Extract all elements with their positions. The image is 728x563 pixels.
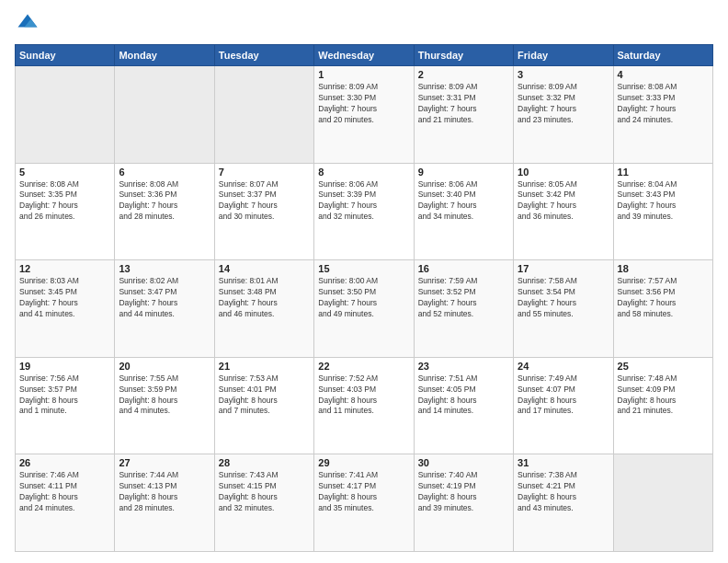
calendar-cell: 1Sunrise: 8:09 AM Sunset: 3:30 PM Daylig… — [314, 66, 414, 164]
week-row-5: 26Sunrise: 7:46 AM Sunset: 4:11 PM Dayli… — [16, 454, 713, 552]
calendar-cell: 31Sunrise: 7:38 AM Sunset: 4:21 PM Dayli… — [514, 454, 613, 552]
day-number: 12 — [19, 263, 110, 274]
header — [15, 11, 713, 37]
calendar-cell: 27Sunrise: 7:44 AM Sunset: 4:13 PM Dayli… — [115, 454, 214, 552]
weekday-header-row: SundayMondayTuesdayWednesdayThursdayFrid… — [16, 45, 713, 66]
day-info: Sunrise: 7:40 AM Sunset: 4:19 PM Dayligh… — [418, 470, 509, 514]
day-number: 5 — [19, 167, 110, 178]
day-number: 4 — [618, 69, 709, 80]
day-number: 27 — [119, 457, 210, 468]
day-info: Sunrise: 8:01 AM Sunset: 3:48 PM Dayligh… — [219, 276, 310, 320]
calendar-cell: 28Sunrise: 7:43 AM Sunset: 4:15 PM Dayli… — [214, 454, 313, 552]
day-number: 2 — [418, 69, 509, 80]
week-row-4: 19Sunrise: 7:56 AM Sunset: 3:57 PM Dayli… — [16, 357, 713, 454]
day-info: Sunrise: 8:07 AM Sunset: 3:37 PM Dayligh… — [219, 179, 310, 224]
calendar-cell: 12Sunrise: 8:03 AM Sunset: 3:45 PM Dayli… — [16, 260, 115, 358]
calendar-cell: 11Sunrise: 8:04 AM Sunset: 3:43 PM Dayli… — [613, 163, 712, 260]
calendar-cell: 6Sunrise: 8:08 AM Sunset: 3:36 PM Daylig… — [115, 163, 214, 260]
calendar-cell: 19Sunrise: 7:56 AM Sunset: 3:57 PM Dayli… — [16, 357, 115, 454]
day-number: 25 — [618, 361, 709, 372]
day-info: Sunrise: 8:09 AM Sunset: 3:31 PM Dayligh… — [418, 82, 509, 126]
calendar-cell: 20Sunrise: 7:55 AM Sunset: 3:59 PM Dayli… — [115, 357, 214, 454]
day-number: 8 — [318, 167, 409, 178]
calendar-cell: 30Sunrise: 7:40 AM Sunset: 4:19 PM Dayli… — [414, 454, 513, 552]
day-info: Sunrise: 7:43 AM Sunset: 4:15 PM Dayligh… — [219, 470, 310, 514]
logo-icon — [15, 11, 40, 37]
day-info: Sunrise: 8:09 AM Sunset: 3:30 PM Dayligh… — [318, 82, 409, 126]
day-info: Sunrise: 7:48 AM Sunset: 4:09 PM Dayligh… — [618, 373, 709, 418]
weekday-header-friday: Friday — [514, 45, 613, 66]
calendar-cell: 14Sunrise: 8:01 AM Sunset: 3:48 PM Dayli… — [214, 260, 313, 358]
day-number: 29 — [318, 457, 409, 468]
day-info: Sunrise: 7:51 AM Sunset: 4:05 PM Dayligh… — [418, 373, 509, 418]
calendar-cell: 18Sunrise: 7:57 AM Sunset: 3:56 PM Dayli… — [613, 260, 712, 358]
day-info: Sunrise: 7:44 AM Sunset: 4:13 PM Dayligh… — [119, 470, 210, 514]
day-number: 24 — [518, 361, 609, 372]
calendar-cell — [115, 66, 214, 164]
weekday-header-wednesday: Wednesday — [314, 45, 414, 66]
calendar-cell: 4Sunrise: 8:08 AM Sunset: 3:33 PM Daylig… — [613, 66, 712, 164]
week-row-3: 12Sunrise: 8:03 AM Sunset: 3:45 PM Dayli… — [16, 260, 713, 358]
day-number: 26 — [19, 457, 110, 468]
day-number: 18 — [618, 263, 709, 274]
weekday-header-saturday: Saturday — [613, 45, 712, 66]
calendar-cell: 22Sunrise: 7:52 AM Sunset: 4:03 PM Dayli… — [314, 357, 414, 454]
day-info: Sunrise: 8:03 AM Sunset: 3:45 PM Dayligh… — [19, 276, 110, 320]
day-info: Sunrise: 7:52 AM Sunset: 4:03 PM Dayligh… — [318, 373, 409, 418]
day-info: Sunrise: 7:38 AM Sunset: 4:21 PM Dayligh… — [518, 470, 609, 514]
day-info: Sunrise: 7:59 AM Sunset: 3:52 PM Dayligh… — [418, 276, 509, 320]
day-number: 28 — [219, 457, 310, 468]
day-number: 3 — [518, 69, 609, 80]
calendar-table: SundayMondayTuesdayWednesdayThursdayFrid… — [15, 44, 713, 552]
day-number: 15 — [318, 263, 409, 274]
day-info: Sunrise: 8:04 AM Sunset: 3:43 PM Dayligh… — [618, 179, 709, 224]
calendar-cell: 24Sunrise: 7:49 AM Sunset: 4:07 PM Dayli… — [514, 357, 613, 454]
calendar-cell: 16Sunrise: 7:59 AM Sunset: 3:52 PM Dayli… — [414, 260, 513, 358]
calendar-cell: 10Sunrise: 8:05 AM Sunset: 3:42 PM Dayli… — [514, 163, 613, 260]
weekday-header-tuesday: Tuesday — [214, 45, 313, 66]
logo — [15, 11, 44, 37]
day-number: 7 — [219, 167, 310, 178]
day-info: Sunrise: 7:53 AM Sunset: 4:01 PM Dayligh… — [219, 373, 310, 418]
day-info: Sunrise: 8:08 AM Sunset: 3:33 PM Dayligh… — [618, 82, 709, 126]
calendar-cell: 9Sunrise: 8:06 AM Sunset: 3:40 PM Daylig… — [414, 163, 513, 260]
calendar-cell: 25Sunrise: 7:48 AM Sunset: 4:09 PM Dayli… — [613, 357, 712, 454]
day-info: Sunrise: 7:41 AM Sunset: 4:17 PM Dayligh… — [318, 470, 409, 514]
day-number: 16 — [418, 263, 509, 274]
page: SundayMondayTuesdayWednesdayThursdayFrid… — [0, 0, 728, 563]
day-number: 19 — [19, 361, 110, 372]
day-info: Sunrise: 7:49 AM Sunset: 4:07 PM Dayligh… — [518, 373, 609, 418]
calendar-cell: 13Sunrise: 8:02 AM Sunset: 3:47 PM Dayli… — [115, 260, 214, 358]
day-info: Sunrise: 8:00 AM Sunset: 3:50 PM Dayligh… — [318, 276, 409, 320]
day-number: 20 — [119, 361, 210, 372]
calendar-cell: 8Sunrise: 8:06 AM Sunset: 3:39 PM Daylig… — [314, 163, 414, 260]
calendar-cell — [613, 454, 712, 552]
day-number: 22 — [318, 361, 409, 372]
day-info: Sunrise: 8:05 AM Sunset: 3:42 PM Dayligh… — [518, 179, 609, 224]
calendar-cell: 15Sunrise: 8:00 AM Sunset: 3:50 PM Dayli… — [314, 260, 414, 358]
day-number: 1 — [318, 69, 409, 80]
day-number: 30 — [418, 457, 509, 468]
day-number: 9 — [418, 167, 509, 178]
calendar-cell: 5Sunrise: 8:08 AM Sunset: 3:35 PM Daylig… — [16, 163, 115, 260]
week-row-2: 5Sunrise: 8:08 AM Sunset: 3:35 PM Daylig… — [16, 163, 713, 260]
day-number: 13 — [119, 263, 210, 274]
day-info: Sunrise: 7:58 AM Sunset: 3:54 PM Dayligh… — [518, 276, 609, 320]
week-row-1: 1Sunrise: 8:09 AM Sunset: 3:30 PM Daylig… — [16, 66, 713, 164]
calendar-cell: 29Sunrise: 7:41 AM Sunset: 4:17 PM Dayli… — [314, 454, 414, 552]
day-number: 6 — [119, 167, 210, 178]
calendar-cell: 3Sunrise: 8:09 AM Sunset: 3:32 PM Daylig… — [514, 66, 613, 164]
weekday-header-thursday: Thursday — [414, 45, 513, 66]
day-info: Sunrise: 7:57 AM Sunset: 3:56 PM Dayligh… — [618, 276, 709, 320]
calendar-cell: 26Sunrise: 7:46 AM Sunset: 4:11 PM Dayli… — [16, 454, 115, 552]
calendar-cell — [214, 66, 313, 164]
day-info: Sunrise: 8:08 AM Sunset: 3:36 PM Dayligh… — [119, 179, 210, 224]
day-number: 23 — [418, 361, 509, 372]
weekday-header-sunday: Sunday — [16, 45, 115, 66]
day-info: Sunrise: 8:06 AM Sunset: 3:40 PM Dayligh… — [418, 179, 509, 224]
calendar-cell: 7Sunrise: 8:07 AM Sunset: 3:37 PM Daylig… — [214, 163, 313, 260]
day-number: 21 — [219, 361, 310, 372]
weekday-header-monday: Monday — [115, 45, 214, 66]
calendar-cell: 2Sunrise: 8:09 AM Sunset: 3:31 PM Daylig… — [414, 66, 513, 164]
day-info: Sunrise: 8:08 AM Sunset: 3:35 PM Dayligh… — [19, 179, 110, 224]
